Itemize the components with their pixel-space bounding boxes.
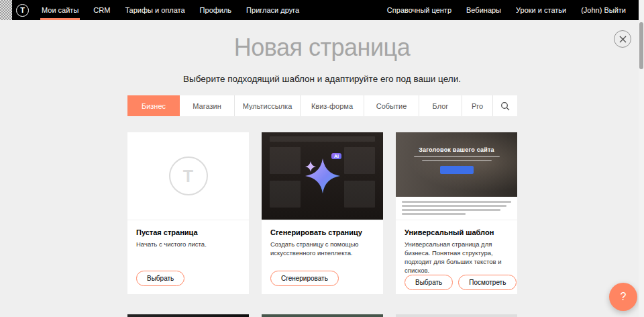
card-actions: Выбрать	[136, 271, 241, 290]
tilda-logo-letter: T	[20, 6, 25, 14]
ai-star-icon	[301, 154, 344, 197]
tab-link-in-bio[interactable]: Мультиссылка	[235, 95, 301, 116]
partial-card-preview	[262, 314, 383, 317]
card-description: Создать страницу с помощью искусственног…	[270, 240, 375, 257]
preview-text-section	[396, 197, 517, 220]
blank-page-preview: T	[127, 132, 249, 220]
card-body: Пустая страница Начать с чистого листа. …	[127, 220, 249, 294]
card-actions: Выбрать Посмотреть	[405, 275, 509, 294]
topbar-right-nav: Справочный центр Вебинары Уроки и статьи…	[380, 0, 633, 20]
preview-hero: Заголовок вашего сайта	[396, 132, 517, 197]
choose-blank-button[interactable]: Выбрать	[136, 271, 184, 286]
text-placeholder	[422, 160, 492, 161]
card-title: Универсальный шаблон	[405, 228, 509, 236]
tab-store[interactable]: Магазин	[180, 95, 235, 116]
scrollbar-track[interactable]	[639, 0, 644, 317]
nav-item-profile[interactable]: Профиль	[193, 0, 239, 20]
dither-texture	[0, 0, 12, 20]
card-body: Сгенерировать страницу Создать страницу …	[262, 220, 383, 294]
tab-pro[interactable]: Pro	[462, 95, 493, 116]
preview-cta-button	[440, 166, 474, 174]
nav-item-my-sites[interactable]: Мои сайты	[34, 0, 86, 20]
page-subtitle: Выберите подходящий шаблон и адаптируйте…	[0, 74, 644, 84]
generate-button[interactable]: Сгенерировать	[270, 271, 339, 286]
card-blank-page: T Пустая страница Начать с чистого листа…	[127, 132, 249, 294]
nav-item-plans-payment[interactable]: Тарифы и оплата	[117, 0, 192, 20]
partial-card-preview	[396, 314, 517, 317]
tab-business[interactable]: Бизнес	[127, 95, 180, 116]
nav-item-lessons[interactable]: Уроки и статьи	[508, 0, 574, 20]
template-category-tabs: Бизнес Магазин Мультиссылка Квиз-форма С…	[127, 95, 517, 116]
choose-template-button[interactable]: Выбрать	[405, 275, 453, 290]
tab-event[interactable]: Событие	[364, 95, 419, 116]
card-universal-template: Заголовок вашего сайта Универсальный шаб…	[396, 132, 517, 294]
tab-quiz-form[interactable]: Квиз-форма	[301, 95, 364, 116]
topbar-left-nav: Мои сайты CRM Тарифы и оплата Профиль Пр…	[34, 0, 307, 20]
preview-headline: Заголовок вашего сайта	[396, 146, 517, 153]
text-placeholder	[402, 205, 506, 207]
nav-item-crm[interactable]: CRM	[86, 0, 117, 20]
close-icon	[619, 36, 627, 43]
tilda-mark-icon: T	[169, 156, 208, 195]
card-actions: Сгенерировать	[270, 271, 375, 290]
tilda-mark-letter: T	[183, 167, 193, 186]
scrollbar-thumb[interactable]	[639, 22, 643, 69]
ai-star-wrap	[262, 132, 383, 220]
card-title: Сгенерировать страницу	[270, 228, 375, 236]
tab-search[interactable]	[493, 95, 517, 116]
card-body: Универсальный шаблон Универсальная стран…	[396, 220, 517, 294]
ai-badge: AI	[331, 153, 341, 159]
text-placeholder	[402, 209, 500, 211]
help-button[interactable]: ?	[609, 283, 637, 311]
universal-preview: Заголовок вашего сайта	[396, 132, 517, 220]
card-description: Универсальная страница для бизнеса. Поня…	[405, 240, 509, 275]
nav-item-logout[interactable]: (John) Выйти	[574, 0, 633, 20]
nav-item-webinars[interactable]: Вебинары	[459, 0, 508, 20]
page-title: Новая страница	[0, 34, 644, 62]
text-placeholder	[414, 156, 500, 157]
template-grid: T Пустая страница Начать с чистого листа…	[127, 132, 517, 294]
text-placeholder	[402, 213, 466, 215]
topbar: T Мои сайты CRM Тарифы и оплата Профиль …	[0, 0, 644, 20]
ai-preview: AI	[262, 132, 383, 220]
card-description: Начать с чистого листа.	[136, 240, 241, 248]
tilda-logo[interactable]: T	[16, 4, 29, 17]
view-template-button[interactable]: Посмотреть	[458, 275, 517, 290]
card-generate-ai: AI Сгенерировать страницу Создать страни…	[262, 132, 383, 294]
screen: T Мои сайты CRM Тарифы и оплата Профиль …	[0, 0, 644, 317]
text-placeholder	[402, 201, 511, 203]
card-title: Пустая страница	[136, 228, 241, 236]
search-icon	[500, 101, 510, 111]
partial-card-preview	[127, 314, 249, 317]
nav-item-invite-friend[interactable]: Пригласи друга	[239, 0, 307, 20]
close-button[interactable]	[614, 30, 631, 48]
nav-item-help-center[interactable]: Справочный центр	[380, 0, 459, 20]
tab-blog[interactable]: Блог	[419, 95, 462, 116]
help-button-label: ?	[621, 291, 627, 303]
